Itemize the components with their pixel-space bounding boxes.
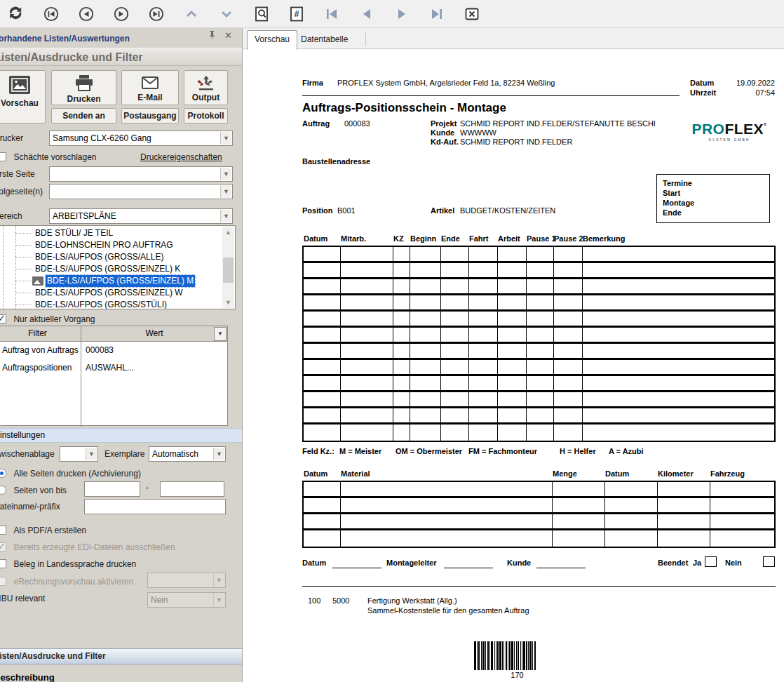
next-record-icon[interactable] [112,5,130,23]
output-button[interactable]: Output [184,70,228,105]
seite-von-input[interactable] [84,481,140,497]
bottom-section-bar[interactable]: Listen/Ausdrucke und Filter [0,648,242,664]
dateiname-label: Dateiname/-präfix [0,499,60,514]
postausgang-label: Postausgang [123,111,176,121]
chevron-down-icon[interactable]: ▼ [220,168,231,180]
position-value: B001 [337,206,356,215]
table-cell [583,424,777,441]
document-title: Auftrags-Positionsschein - Montage [302,101,506,115]
table-cell [341,392,393,406]
tree-item[interactable]: BDE-LS/AUFPOS (GROSS/ALLE) [0,251,222,263]
tree-item[interactable]: BDE-LS/AUFPOS (GROSS/EINZEL) M [0,275,222,287]
drucker-value: Samsung CLX-6260 Gang [53,133,151,143]
chevron-down-icon[interactable]: ▼ [220,185,231,198]
seite-bis-input[interactable] [160,481,224,497]
filter-name: Auftragspositionen [0,359,81,377]
chevron-down-icon[interactable] [217,5,236,23]
column-header: Pause 2 [554,234,583,243]
wert-column-header[interactable]: Wert [81,326,227,341]
tree-item[interactable]: BDE STÜLI/ JE TEIL [0,227,222,239]
table-cell [304,328,341,342]
sync-icon[interactable] [7,5,25,23]
tree-item-label: BDE STÜLI/ JE TEIL [34,227,114,239]
chevron-down-icon[interactable]: ▼ [220,132,231,145]
tree-item[interactable]: BDE-LS/AUFPOS (GROSS/EINZEL) K [0,263,222,275]
nur-aktueller-vorgang-checkbox[interactable] [0,314,6,323]
bereich-select[interactable]: ARBEITSPLÄNE ▼ [49,208,233,224]
exemplare-label: Exemplare [104,446,144,462]
protokoll-button[interactable]: Protokoll [184,108,228,123]
table-cell [410,247,441,261]
erste-seite-select[interactable]: ▼ [49,166,233,182]
table-cell [710,498,777,512]
postausgang-button[interactable]: Postausgang [121,108,179,123]
tree-scrollbar[interactable]: ▲ ▼ [222,227,234,308]
last-page-icon[interactable] [428,5,446,23]
table-cell [393,279,410,293]
landessprache-checkbox[interactable] [0,559,6,568]
drucker-select[interactable]: Samsung CLX-6260 Gang ▼ [49,131,233,146]
preview-tabbar: Vorschau Datentabelle [243,28,784,49]
dateiname-input[interactable] [84,499,226,514]
chevron-down-icon[interactable]: ▼ [220,210,231,222]
tab-vorschau[interactable]: Vorschau [247,30,297,50]
next-page-icon[interactable] [393,5,411,23]
first-record-icon[interactable] [42,5,60,23]
vorschau-button[interactable]: Vorschau [0,70,46,123]
scroll-down-icon[interactable]: ▼ [222,297,234,308]
scrollbar-thumb[interactable] [223,258,234,283]
senden-an-button[interactable]: Senden an [51,108,116,123]
kdauf-value: SCHMID REPORT IND.FELDER [460,138,572,146]
uhrzeit-value: 07:54 [755,88,775,97]
schaechte-checkbox[interactable] [0,152,6,161]
column-header: Beginn [410,234,436,243]
close-preview-icon[interactable] [463,5,481,23]
pdfa-checkbox[interactable] [0,526,6,535]
tree-item-label: BDE-LS/AUFPOS (GROSS/STÜLI) [34,299,168,309]
scroll-up-icon[interactable]: ▲ [222,227,234,238]
goto-page-icon[interactable]: # [288,5,306,23]
close-panel-icon[interactable]: ✕ [224,31,232,41]
termine-line: Ende [663,208,769,218]
last-record-icon[interactable] [147,5,165,23]
edi-label: Bereits erzeugte EDI-Dateien ausschließe… [13,542,175,552]
filter-dropdown-icon[interactable]: ▼ [214,327,227,341]
tree-item[interactable]: BDE-LS/AUFPOS (GROSS/STÜLI) [0,299,222,309]
zoom-page-icon[interactable] [252,5,271,23]
chevron-down-icon[interactable]: ▼ [213,448,224,460]
tab-datentabelle[interactable]: Datentabelle [294,31,355,49]
druckereigenschaften-link[interactable]: Druckereigenschaften [140,152,222,162]
filter-row[interactable]: Auftrag von Auftrags000083 [0,342,227,359]
seiten-von-bis-radio[interactable] [0,486,6,495]
feld-kz-entry: M = Meister [339,447,381,455]
folgeseite-select[interactable]: ▼ [49,184,233,199]
email-button[interactable]: E-Mail [121,70,179,105]
prev-record-icon[interactable] [77,5,95,23]
prev-page-icon[interactable] [358,5,376,23]
zwischenablage-select[interactable]: ▼ [60,446,98,462]
logo-flex: FLEX [724,121,764,137]
feld-kz-entry: A = Azubi [609,447,644,455]
drucken-label: Drucken [67,94,100,104]
filter-value[interactable]: 000083 [81,342,227,359]
erechnung-label: eRechnungsvorschau aktivieren [13,577,133,587]
table-cell [341,482,553,496]
tree-item[interactable]: BDE-LS/AUFPOS (GROSS/EINZEL) W [0,287,222,299]
table-cell [710,514,777,528]
alle-seiten-label: Alle Seiten drucken (Archivierung) [13,469,140,479]
table-cell [304,514,341,528]
table-cell [469,360,498,374]
filter-value[interactable]: AUSWAHL... [81,359,227,377]
column-header: Datum [304,469,327,478]
pin-icon[interactable] [208,31,216,41]
tree-item[interactable]: BDE-LOHNSCHEIN PRO AUFTRAG [0,239,222,251]
chevron-down-icon[interactable]: ▼ [86,448,97,460]
datum-label: Datum [690,79,714,87]
chevron-up-icon[interactable] [182,5,201,23]
first-page-icon[interactable] [323,5,341,23]
filter-column-header[interactable]: Filter [0,326,81,341]
drucken-button[interactable]: Drucken [51,70,116,105]
filter-row[interactable]: AuftragspositionenAUSWAHL... [0,359,227,377]
alle-seiten-radio[interactable] [0,469,6,478]
exemplare-select[interactable]: Automatisch ▼ [149,446,226,462]
